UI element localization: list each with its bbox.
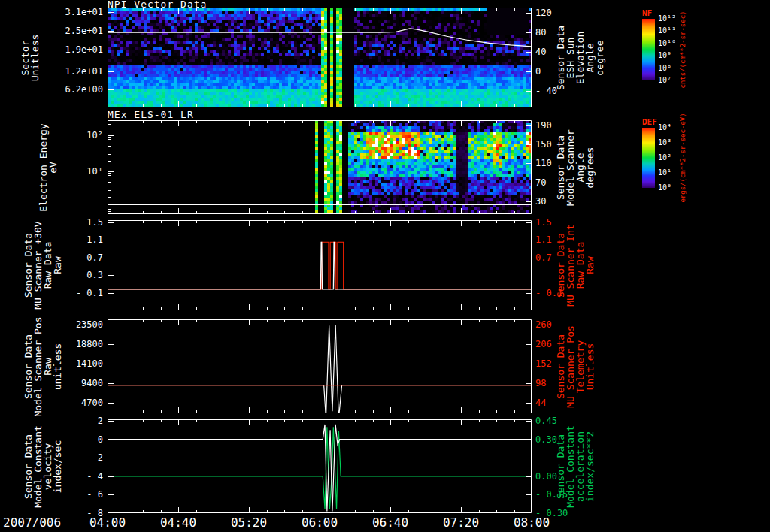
y-tick-label: 2 <box>49 416 103 426</box>
npi-vector-left-axis-label: SectorUnitless <box>20 34 40 81</box>
y-tick-label: 70 <box>535 177 546 188</box>
def-colorbar-unit: ergs/(cm**2-sr-sec-eV) <box>679 113 687 202</box>
npi-spectrogram-plot <box>108 8 532 107</box>
colorbar-tick-label: 10⁰ <box>658 184 671 192</box>
panel2-title: MEx ELS-01 LR <box>108 109 194 120</box>
y-tick-label: 1.2e+01 <box>49 66 103 77</box>
y-tick-label: 152 <box>535 358 552 369</box>
colorbar-tick-label: 10⁸ <box>658 65 671 72</box>
x-tick-label: 05:20 <box>223 515 275 530</box>
y-tick-label: 98 <box>535 378 546 388</box>
colorbar-tick-label: 10¹ <box>658 169 671 177</box>
y-tick-label: 260 <box>535 319 552 330</box>
y-tick-label: 0.45 <box>535 416 557 426</box>
def-colorbar-title: DEF <box>642 117 657 127</box>
x-tick-label: 04:40 <box>152 515 205 530</box>
model-scanner-pos-right-axis-label: Sensor DataMU Scanner PosTelemetryUnitle… <box>556 325 595 408</box>
colorbar-tick-label: 10⁹ <box>658 52 671 59</box>
model-scanner-pos-plot <box>108 319 532 413</box>
model-constant-right-axis-label: Sensor DataModel Constantaccelerationind… <box>556 425 595 508</box>
y-tick-label: 44 <box>535 397 546 408</box>
y-tick-label: 80 <box>535 27 546 38</box>
x-tick-label: 06:00 <box>293 515 346 530</box>
colorbar-tick-label: 10³ <box>658 139 671 147</box>
model-constant-left-axis-label: Sensor DataModel Constantvelocityindex/s… <box>23 425 62 508</box>
els-spectrogram-plot <box>108 120 532 214</box>
x-tick-label: 06:40 <box>364 515 417 530</box>
els-spectrogram-right-axis-label: Sensor DataModel ScannerAngledegrees <box>556 129 595 206</box>
mu-scanner-raw-right-axis-label: Sensor DataMU Scanner IntRaw DataRaw <box>556 224 595 307</box>
nf-colorbar-title: NF <box>642 8 652 18</box>
y-tick-label: 190 <box>535 120 552 131</box>
mu-scanner-raw-plot <box>108 220 532 310</box>
nf-colorbar-gradient <box>642 19 655 80</box>
y-tick-label: 1.1 <box>535 234 552 245</box>
colorbar-tick-label: 10² <box>658 154 671 162</box>
npi-vector-right-axis-label: Sensor DataESH SunElevationAngledegree <box>556 25 605 89</box>
def-colorbar-gradient <box>642 128 655 188</box>
y-tick-label: 3.1e+01 <box>49 7 103 17</box>
nf-colorbar-unit: cnts/(cm**2-sr-sec) <box>679 11 687 89</box>
model-constant-plot <box>108 419 532 513</box>
y-tick-label: 2.5e+01 <box>49 26 103 36</box>
els-spectrogram-left-axis-label: Electron EnergyeV <box>38 123 58 211</box>
y-tick-label: 0.00 <box>535 471 557 482</box>
def-colorbar <box>642 128 655 188</box>
y-tick-label: 0 <box>535 66 541 77</box>
model-scanner-pos-left-axis-label: Sensor DataModel Scanner PosRawunitless <box>23 316 62 416</box>
y-tick-label: 120 <box>535 8 552 18</box>
colorbar-tick-label: 10¹² <box>658 15 676 23</box>
nf-colorbar <box>642 19 655 80</box>
colorbar-tick-label: 10⁷ <box>658 77 671 84</box>
plot-window: NPI Vector Data MEx ELS-01 LR NF cnts/(c… <box>0 0 770 532</box>
y-tick-label: 110 <box>535 158 552 168</box>
y-tick-label: 1.5 <box>535 217 552 228</box>
x-tick-label: 08:00 <box>505 515 558 530</box>
colorbar-tick-label: 10¹¹ <box>658 27 676 35</box>
x-tick-label: 04:00 <box>81 515 134 530</box>
x-tick-label: 07:20 <box>435 515 487 530</box>
y-tick-label: 206 <box>535 339 552 349</box>
y-tick-label: 40 <box>535 47 546 57</box>
y-tick-label: 150 <box>535 139 552 150</box>
colorbar-tick-label: 10¹⁰ <box>658 40 676 47</box>
y-tick-label: 0.7 <box>535 252 552 263</box>
mu-scanner-raw-left-axis-label: Sensor DataMU Scanner +30VRaw DataRaw <box>23 221 62 309</box>
y-tick-label: 6.2e+00 <box>49 84 103 95</box>
y-tick-label: 30 <box>535 196 546 207</box>
y-tick-label: 1.9e+01 <box>49 44 103 55</box>
colorbar-tick-label: 10⁴ <box>658 124 671 131</box>
y-tick-label: 0.30 <box>535 434 557 445</box>
